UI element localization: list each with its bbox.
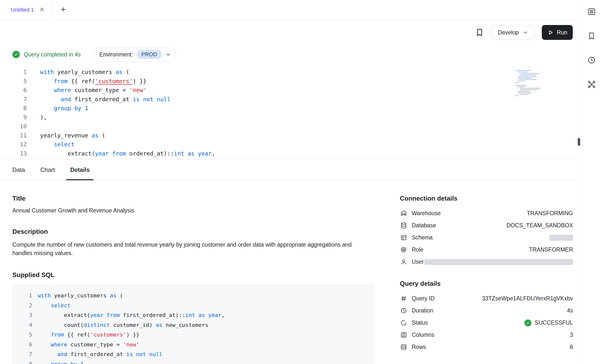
detail-row-role: RoleTRANSFORMER: [400, 244, 573, 256]
code-line: 5 from {{ ref('customers') }}: [21, 330, 370, 340]
main-area: Untitled 1 Develop Run: [0, 0, 582, 364]
new-tab-button[interactable]: [53, 0, 74, 20]
line-number: 12: [2, 140, 27, 149]
status-icon: [400, 319, 407, 327]
develop-label: Develop: [498, 29, 519, 36]
description-heading: Description: [12, 228, 375, 235]
database-icon: [400, 222, 407, 229]
detail-label: Query ID: [412, 295, 435, 302]
code-line: 6 where customer_type = 'new': [2, 86, 582, 95]
detail-label: Status: [412, 319, 428, 326]
query-status: Query completed in 4s: [12, 51, 81, 58]
warehouse-icon: [400, 210, 407, 217]
detail-row-rows: Rows6: [400, 341, 573, 353]
supplied-sql-heading: Supplied SQL: [12, 271, 375, 279]
line-number: 10: [2, 122, 27, 131]
rows-icon: [400, 343, 407, 351]
detail-label: Rows: [412, 344, 426, 350]
history-icon[interactable]: [586, 55, 597, 65]
line-number: 11: [2, 131, 27, 140]
editor-lines: 1with yearly_customers as (5 from {{ ref…: [2, 68, 582, 158]
line-number: 7: [2, 95, 27, 104]
tab-chart[interactable]: Chart: [36, 160, 59, 180]
right-rail: [582, 0, 601, 364]
line-number: 6: [21, 340, 32, 350]
success-check-icon: [12, 51, 20, 58]
code-line: 2 select: [21, 301, 370, 311]
code-text: with yearly_customers as (: [40, 68, 129, 77]
sql-editor[interactable]: 1with yearly_customers as (5 from {{ ref…: [0, 68, 582, 160]
play-icon: [547, 29, 554, 36]
details-right-column: Connection details WarehouseTRANSFORMING…: [400, 195, 573, 364]
title-heading: Title: [12, 195, 375, 202]
hash-icon: [400, 295, 407, 302]
editor-tab-bar: Untitled 1: [0, 0, 582, 20]
connection-details-heading: Connection details: [400, 195, 573, 202]
tab-title: Untitled 1: [11, 7, 34, 13]
minimap[interactable]: [515, 70, 545, 97]
code-text: from {{ ref('customers') }}: [38, 330, 139, 340]
title-value: Annual Customer Growth and Revenue Analy…: [12, 207, 375, 214]
line-number: 1: [2, 68, 27, 77]
code-text: extract(year from first_ordered_at)::int…: [38, 310, 225, 320]
detail-label: Role: [412, 246, 423, 253]
tab-untitled-1[interactable]: Untitled 1: [0, 0, 53, 20]
line-number: 7: [21, 349, 32, 359]
code-line: 5 from {{ ref('customers') }}: [2, 77, 582, 86]
code-line: 6 where customer_type = 'new': [21, 340, 370, 350]
close-tab-icon[interactable]: [39, 7, 45, 13]
code-line: 7 and first_ordered_at is not null: [2, 95, 582, 104]
query-details-rows: Query ID33TZseWpe1ALFDUYerxR1gVKxbvDurat…: [400, 292, 573, 353]
code-line: 1with yearly_customers as (: [2, 68, 582, 77]
line-number: 1: [21, 291, 32, 301]
redacted-value: [424, 259, 573, 265]
detail-label: Warehouse: [412, 210, 441, 217]
clock-icon: [400, 307, 407, 314]
detail-label: User: [412, 259, 424, 265]
detail-value: SUCCESSFUL: [524, 319, 573, 326]
environment-selector[interactable]: Environment: PROD: [93, 48, 176, 61]
role-icon: [400, 246, 407, 254]
code-line: 4 count(distinct customer_id) as new_cus…: [21, 320, 370, 330]
columns-icon: [400, 331, 407, 339]
query-list-icon[interactable]: [586, 6, 597, 17]
editor-scrollbar[interactable]: [578, 138, 580, 146]
code-text: group by 1: [40, 104, 88, 113]
code-line: 3 extract(year from first_ordered_at)::i…: [21, 310, 370, 320]
chevron-down-icon: [165, 52, 171, 57]
code-line: 8 group by 1: [2, 104, 582, 113]
bookmark-icon[interactable]: [586, 31, 597, 41]
lineage-icon[interactable]: [586, 79, 597, 90]
plus-icon: [60, 6, 66, 14]
detail-row-schema: Schema: [400, 232, 573, 244]
code-line: 7 and first_ordered_at is not null: [21, 349, 370, 359]
code-line: 11yearly_revenue as (: [2, 131, 582, 140]
develop-dropdown[interactable]: Develop: [491, 25, 535, 40]
code-text: with yearly_customers as (: [38, 291, 123, 301]
toolbar: Develop Run: [0, 20, 582, 45]
environment-badge: PROD: [137, 50, 162, 59]
connection-details-rows: WarehouseTRANSFORMINGDatabaseDOCS_TEAM_S…: [400, 207, 573, 268]
code-text: yearly_revenue as (: [40, 131, 105, 140]
tab-details[interactable]: Details: [66, 160, 94, 180]
code-text: group by 1: [38, 359, 83, 364]
line-number: 5: [21, 330, 32, 340]
code-text: and first_ordered_at is not null: [38, 349, 162, 359]
line-number: 8: [21, 359, 32, 364]
query-status-text: Query completed in 4s: [24, 51, 81, 58]
detail-value: TRANSFORMING: [527, 210, 573, 217]
code-text: extract(year from ordered_at)::int as ye…: [40, 149, 215, 158]
detail-value: 4s: [567, 307, 573, 314]
code-text: where customer_type = 'new': [40, 86, 146, 95]
detail-label: Duration: [412, 307, 433, 314]
detail-label: Schema: [412, 234, 433, 241]
detail-row-warehouse: WarehouseTRANSFORMING: [400, 207, 573, 219]
code-line: 12 select: [2, 140, 582, 149]
detail-value: TRANSFORMER: [529, 246, 573, 253]
line-number: 2: [21, 301, 32, 311]
tab-data[interactable]: Data: [8, 160, 29, 180]
bookmark-icon[interactable]: [475, 28, 484, 37]
line-number: 4: [21, 320, 32, 330]
detail-label: Columns: [412, 332, 434, 338]
run-button[interactable]: Run: [542, 25, 573, 40]
